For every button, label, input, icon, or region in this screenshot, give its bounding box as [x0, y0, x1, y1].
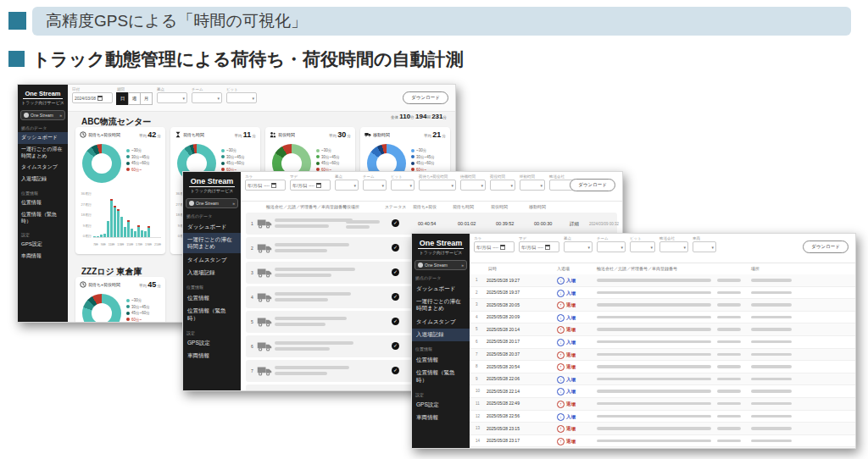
sidebar-item[interactable]: 位置情報（緊急時） — [183, 305, 241, 325]
log-row[interactable]: 52025/05/28 20:14↑退場 — [470, 324, 855, 336]
column-header: ステータス — [385, 204, 406, 209]
download-button[interactable]: ダウンロード — [403, 91, 448, 104]
time-value: 00:00:30 — [534, 221, 552, 226]
sidebar-item[interactable]: 入退場記録 — [18, 174, 68, 185]
logout-icon[interactable]: » — [232, 201, 235, 206]
row-number: 6 — [476, 340, 478, 344]
enter-icon: ↓ — [557, 314, 565, 322]
stay-row[interactable]: 1✓00:40:5400:01:0200:39:5200:00:30詳細2024… — [246, 213, 617, 235]
legend-swatch — [126, 168, 130, 171]
log-row[interactable]: 22025/05/28 19:37↓入場 — [470, 287, 855, 300]
sidebar-item[interactable]: 位置情報 — [18, 197, 68, 209]
select-input[interactable]: ▾ — [597, 241, 626, 252]
period-segmented[interactable]: 日週月 — [117, 92, 153, 105]
sidebar-item[interactable]: 車両情報 — [18, 251, 68, 263]
select-input[interactable]: ▾ — [335, 180, 359, 191]
filter-group: 拠点▾ — [335, 174, 359, 191]
sidebar-item[interactable]: タイムスタンプ — [183, 253, 241, 266]
log-row[interactable]: 12025/05/28 19:27↓入場 — [470, 274, 855, 287]
date-input[interactable]: 年/月/日 ---- — [290, 180, 331, 191]
select-input[interactable]: ▾ — [490, 180, 515, 191]
period-option[interactable]: 週 — [128, 92, 141, 105]
log-row[interactable]: 102025/05/28 22:14↓入場 — [470, 385, 855, 398]
sidebar-item[interactable]: タイムスタンプ — [18, 162, 68, 174]
redacted-text — [597, 328, 711, 331]
redacted-text — [751, 291, 792, 295]
y-axis-label: 18運行 — [79, 213, 92, 217]
redacted-text — [751, 440, 792, 443]
user-chip[interactable]: One Stream» — [186, 198, 238, 208]
check-icon: ✓ — [392, 244, 399, 252]
sidebar-item[interactable]: 位置情報（緊急時） — [18, 209, 68, 228]
sidebar-item[interactable]: ダッシュボード — [18, 132, 68, 144]
period-option[interactable]: 月 — [140, 92, 153, 105]
sidebar-item[interactable]: タイムスタンプ — [412, 315, 470, 328]
nav-section-label: 設定 — [186, 330, 237, 335]
date-input[interactable]: 2024/03/08 — [72, 92, 113, 103]
select-input[interactable]: ▾ — [693, 241, 716, 252]
select-input[interactable]: ▾ — [192, 92, 222, 103]
sidebar: One Streamトラック向けサービスOne Stream»拠点のデータダッシ… — [412, 234, 470, 448]
sidebar-item[interactable]: 一運行ごとの滞在時間まとめ — [18, 144, 68, 163]
select-input[interactable]: ▾ — [630, 241, 655, 252]
logout-icon[interactable]: » — [59, 113, 62, 118]
redacted-text — [275, 341, 353, 345]
sidebar-item[interactable]: ダッシュボード — [412, 282, 470, 295]
select-input[interactable]: ▾ — [659, 241, 688, 252]
sidebar-item[interactable]: 車両情報 — [183, 350, 241, 362]
select-input[interactable]: ▾ — [419, 180, 456, 191]
sidebar-item[interactable]: 位置情報 — [183, 291, 241, 304]
log-row[interactable]: 112025/05/28 22:49↑退場 — [470, 398, 855, 411]
log-row[interactable]: 62025/05/28 20:17↓入場 — [470, 336, 855, 349]
log-row[interactable]: 152025/05/28 23:28↓入場 — [470, 447, 855, 448]
filter-label: 車両 — [693, 236, 716, 241]
user-chip[interactable]: One Stream» — [20, 110, 65, 120]
x-axis-label: 9時 — [101, 242, 106, 246]
user-chip[interactable]: One Stream» — [415, 260, 467, 270]
redacted-text — [597, 316, 711, 319]
truck-icon — [364, 131, 371, 138]
log-row[interactable]: 82025/05/28 20:54↑退場 — [470, 361, 855, 373]
redacted-text — [717, 378, 741, 381]
sidebar-item[interactable]: 一運行ごとの滞在時間まとめ — [183, 233, 241, 253]
log-row[interactable]: 72025/05/28 20:37↑退場 — [470, 349, 855, 362]
log-row[interactable]: 42025/05/28 20:09↓入場 — [470, 312, 855, 324]
sidebar-item[interactable]: 一運行ごとの滞在時間まとめ — [412, 295, 470, 315]
datetime: 2025/05/28 23:15 — [487, 426, 520, 431]
sidebar-item[interactable]: GPS設定 — [183, 337, 241, 350]
select-input[interactable]: ▾ — [520, 180, 545, 191]
select-input[interactable]: ▾ — [157, 92, 187, 103]
sidebar-item[interactable]: 入退場記録 — [183, 267, 241, 279]
detail-link[interactable]: 詳細 — [570, 221, 579, 227]
sidebar-item[interactable]: ダッシュボード — [183, 220, 241, 233]
download-button[interactable]: ダウンロード — [570, 179, 615, 191]
date-input[interactable]: 年/月/日 ---- — [245, 180, 286, 191]
download-button[interactable]: ダウンロード — [803, 241, 849, 253]
check-icon: ✓ — [392, 367, 399, 374]
sidebar-item[interactable]: GPS設定 — [412, 399, 470, 412]
select-input[interactable]: ▾ — [460, 180, 486, 191]
sidebar-item[interactable]: 位置情報 — [412, 353, 470, 366]
summary-runs: 194 — [415, 113, 426, 120]
select-input[interactable]: ▾ — [363, 180, 387, 191]
date-input[interactable]: 年/月/日 ---- — [519, 241, 559, 252]
bar — [120, 217, 123, 237]
sidebar-item[interactable]: 車両情報 — [412, 412, 470, 424]
log-row[interactable]: 142025/05/28 23:17↑退場 — [470, 435, 855, 448]
sidebar-item[interactable]: GPS設定 — [18, 239, 68, 251]
select-input[interactable]: ▾ — [564, 241, 593, 252]
period-option[interactable]: 日 — [116, 92, 129, 105]
log-row[interactable]: 122025/05/28 22:56↓入場 — [470, 411, 855, 423]
select-input[interactable]: ▾ — [226, 92, 257, 103]
log-row[interactable]: 92025/05/28 22:06↓入場 — [470, 373, 855, 386]
sidebar-item[interactable]: 位置情報（緊急時） — [412, 367, 470, 387]
logout-icon[interactable]: » — [461, 263, 464, 268]
log-row[interactable]: 132025/05/28 23:15↑退場 — [470, 423, 855, 435]
select-input[interactable]: ▾ — [391, 180, 415, 191]
log-row[interactable]: 32025/05/28 20:05↑退場 — [470, 299, 855, 312]
date-input[interactable]: 年/月/日 ---- — [474, 241, 515, 252]
sidebar-item[interactable]: 入退場記録 — [412, 329, 470, 341]
enter-icon: ↓ — [557, 376, 565, 384]
legend-label: 30分~45分 — [131, 155, 150, 159]
calendar-icon — [271, 183, 276, 188]
